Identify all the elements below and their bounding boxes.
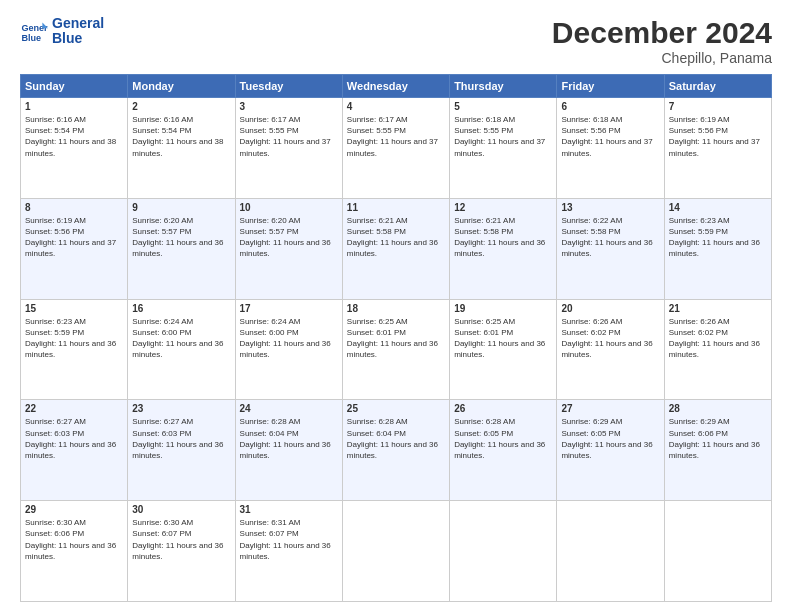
day-number: 24: [240, 403, 338, 414]
day-number: 28: [669, 403, 767, 414]
day-number: 8: [25, 202, 123, 213]
day-number: 3: [240, 101, 338, 112]
calendar-cell: 31Sunrise: 6:31 AM Sunset: 6:07 PM Dayli…: [235, 501, 342, 602]
calendar-cell: 11Sunrise: 6:21 AM Sunset: 5:58 PM Dayli…: [342, 198, 449, 299]
calendar-cell: 1Sunrise: 6:16 AM Sunset: 5:54 PM Daylig…: [21, 98, 128, 199]
day-info: Sunrise: 6:18 AM Sunset: 5:55 PM Dayligh…: [454, 114, 552, 159]
calendar-table: SundayMondayTuesdayWednesdayThursdayFrid…: [20, 74, 772, 602]
col-header-monday: Monday: [128, 75, 235, 98]
calendar-cell: 7Sunrise: 6:19 AM Sunset: 5:56 PM Daylig…: [664, 98, 771, 199]
logo-icon: General Blue: [20, 17, 48, 45]
day-info: Sunrise: 6:18 AM Sunset: 5:56 PM Dayligh…: [561, 114, 659, 159]
day-number: 22: [25, 403, 123, 414]
day-info: Sunrise: 6:26 AM Sunset: 6:02 PM Dayligh…: [669, 316, 767, 361]
day-info: Sunrise: 6:29 AM Sunset: 6:06 PM Dayligh…: [669, 416, 767, 461]
day-number: 13: [561, 202, 659, 213]
day-number: 31: [240, 504, 338, 515]
day-number: 11: [347, 202, 445, 213]
col-header-friday: Friday: [557, 75, 664, 98]
day-number: 5: [454, 101, 552, 112]
day-info: Sunrise: 6:28 AM Sunset: 6:05 PM Dayligh…: [454, 416, 552, 461]
calendar-cell: 27Sunrise: 6:29 AM Sunset: 6:05 PM Dayli…: [557, 400, 664, 501]
day-info: Sunrise: 6:30 AM Sunset: 6:07 PM Dayligh…: [132, 517, 230, 562]
day-number: 18: [347, 303, 445, 314]
day-number: 7: [669, 101, 767, 112]
day-info: Sunrise: 6:24 AM Sunset: 6:00 PM Dayligh…: [240, 316, 338, 361]
day-info: Sunrise: 6:17 AM Sunset: 5:55 PM Dayligh…: [240, 114, 338, 159]
col-header-saturday: Saturday: [664, 75, 771, 98]
day-info: Sunrise: 6:17 AM Sunset: 5:55 PM Dayligh…: [347, 114, 445, 159]
day-info: Sunrise: 6:19 AM Sunset: 5:56 PM Dayligh…: [669, 114, 767, 159]
day-info: Sunrise: 6:16 AM Sunset: 5:54 PM Dayligh…: [25, 114, 123, 159]
day-info: Sunrise: 6:30 AM Sunset: 6:06 PM Dayligh…: [25, 517, 123, 562]
title-block: December 2024 Chepillo, Panama: [552, 16, 772, 66]
day-info: Sunrise: 6:25 AM Sunset: 6:01 PM Dayligh…: [347, 316, 445, 361]
col-header-tuesday: Tuesday: [235, 75, 342, 98]
calendar-cell: 14Sunrise: 6:23 AM Sunset: 5:59 PM Dayli…: [664, 198, 771, 299]
day-number: 10: [240, 202, 338, 213]
day-info: Sunrise: 6:27 AM Sunset: 6:03 PM Dayligh…: [132, 416, 230, 461]
day-number: 12: [454, 202, 552, 213]
day-number: 30: [132, 504, 230, 515]
day-info: Sunrise: 6:23 AM Sunset: 5:59 PM Dayligh…: [25, 316, 123, 361]
day-info: Sunrise: 6:19 AM Sunset: 5:56 PM Dayligh…: [25, 215, 123, 260]
day-number: 20: [561, 303, 659, 314]
calendar-cell: 24Sunrise: 6:28 AM Sunset: 6:04 PM Dayli…: [235, 400, 342, 501]
calendar-cell: 13Sunrise: 6:22 AM Sunset: 5:58 PM Dayli…: [557, 198, 664, 299]
day-info: Sunrise: 6:21 AM Sunset: 5:58 PM Dayligh…: [347, 215, 445, 260]
day-number: 14: [669, 202, 767, 213]
day-number: 6: [561, 101, 659, 112]
day-info: Sunrise: 6:20 AM Sunset: 5:57 PM Dayligh…: [132, 215, 230, 260]
calendar-cell: 12Sunrise: 6:21 AM Sunset: 5:58 PM Dayli…: [450, 198, 557, 299]
day-number: 15: [25, 303, 123, 314]
day-number: 16: [132, 303, 230, 314]
calendar-week-2: 8Sunrise: 6:19 AM Sunset: 5:56 PM Daylig…: [21, 198, 772, 299]
calendar-cell: 23Sunrise: 6:27 AM Sunset: 6:03 PM Dayli…: [128, 400, 235, 501]
day-number: 27: [561, 403, 659, 414]
calendar-header-row: SundayMondayTuesdayWednesdayThursdayFrid…: [21, 75, 772, 98]
svg-text:Blue: Blue: [21, 33, 41, 43]
day-info: Sunrise: 6:21 AM Sunset: 5:58 PM Dayligh…: [454, 215, 552, 260]
day-info: Sunrise: 6:26 AM Sunset: 6:02 PM Dayligh…: [561, 316, 659, 361]
calendar-cell: 3Sunrise: 6:17 AM Sunset: 5:55 PM Daylig…: [235, 98, 342, 199]
calendar-cell: [450, 501, 557, 602]
calendar-cell: 26Sunrise: 6:28 AM Sunset: 6:05 PM Dayli…: [450, 400, 557, 501]
calendar-week-1: 1Sunrise: 6:16 AM Sunset: 5:54 PM Daylig…: [21, 98, 772, 199]
calendar-cell: 18Sunrise: 6:25 AM Sunset: 6:01 PM Dayli…: [342, 299, 449, 400]
day-number: 23: [132, 403, 230, 414]
calendar-cell: 20Sunrise: 6:26 AM Sunset: 6:02 PM Dayli…: [557, 299, 664, 400]
calendar-cell: [342, 501, 449, 602]
calendar-cell: 5Sunrise: 6:18 AM Sunset: 5:55 PM Daylig…: [450, 98, 557, 199]
calendar-week-5: 29Sunrise: 6:30 AM Sunset: 6:06 PM Dayli…: [21, 501, 772, 602]
calendar-cell: [664, 501, 771, 602]
day-number: 19: [454, 303, 552, 314]
calendar-cell: 9Sunrise: 6:20 AM Sunset: 5:57 PM Daylig…: [128, 198, 235, 299]
day-info: Sunrise: 6:24 AM Sunset: 6:00 PM Dayligh…: [132, 316, 230, 361]
day-number: 29: [25, 504, 123, 515]
calendar-cell: 8Sunrise: 6:19 AM Sunset: 5:56 PM Daylig…: [21, 198, 128, 299]
calendar-cell: 25Sunrise: 6:28 AM Sunset: 6:04 PM Dayli…: [342, 400, 449, 501]
col-header-thursday: Thursday: [450, 75, 557, 98]
day-info: Sunrise: 6:20 AM Sunset: 5:57 PM Dayligh…: [240, 215, 338, 260]
day-number: 9: [132, 202, 230, 213]
calendar-cell: 4Sunrise: 6:17 AM Sunset: 5:55 PM Daylig…: [342, 98, 449, 199]
location: Chepillo, Panama: [552, 50, 772, 66]
day-info: Sunrise: 6:16 AM Sunset: 5:54 PM Dayligh…: [132, 114, 230, 159]
calendar-cell: 17Sunrise: 6:24 AM Sunset: 6:00 PM Dayli…: [235, 299, 342, 400]
logo-blue: Blue: [52, 31, 104, 46]
day-number: 25: [347, 403, 445, 414]
logo: General Blue General Blue: [20, 16, 104, 47]
day-info: Sunrise: 6:31 AM Sunset: 6:07 PM Dayligh…: [240, 517, 338, 562]
calendar-week-4: 22Sunrise: 6:27 AM Sunset: 6:03 PM Dayli…: [21, 400, 772, 501]
day-info: Sunrise: 6:22 AM Sunset: 5:58 PM Dayligh…: [561, 215, 659, 260]
col-header-wednesday: Wednesday: [342, 75, 449, 98]
day-info: Sunrise: 6:27 AM Sunset: 6:03 PM Dayligh…: [25, 416, 123, 461]
day-info: Sunrise: 6:29 AM Sunset: 6:05 PM Dayligh…: [561, 416, 659, 461]
calendar-cell: [557, 501, 664, 602]
calendar-cell: 19Sunrise: 6:25 AM Sunset: 6:01 PM Dayli…: [450, 299, 557, 400]
calendar-cell: 15Sunrise: 6:23 AM Sunset: 5:59 PM Dayli…: [21, 299, 128, 400]
header: General Blue General Blue December 2024 …: [20, 16, 772, 66]
day-number: 1: [25, 101, 123, 112]
page: General Blue General Blue December 2024 …: [0, 0, 792, 612]
day-number: 2: [132, 101, 230, 112]
